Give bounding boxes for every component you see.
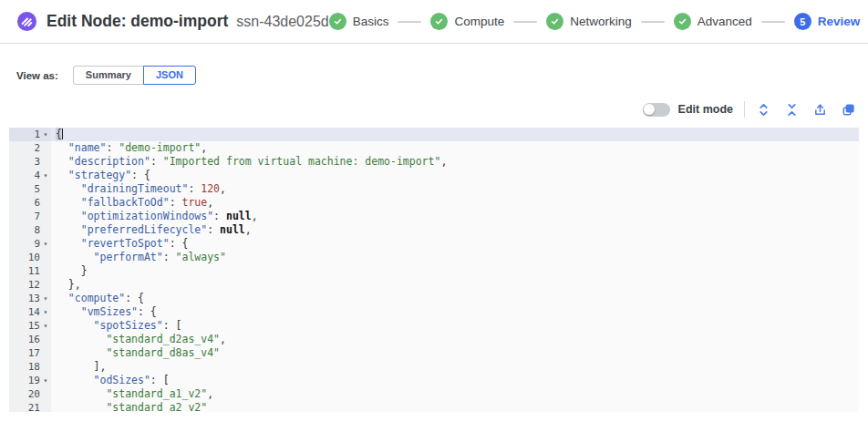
copy-icon[interactable] bbox=[841, 102, 855, 117]
line-number-gutter: 2 bbox=[9, 141, 51, 155]
edit-mode-toggle[interactable] bbox=[643, 103, 670, 117]
fold-toggle-icon[interactable]: ▾ bbox=[40, 374, 51, 387]
code-text: "name": "demo-import", bbox=[51, 141, 207, 155]
code-line[interactable]: 16 "standard_d2as_v4", bbox=[9, 333, 859, 346]
step-label: Compute bbox=[454, 15, 504, 28]
code-line[interactable]: 18 ], bbox=[9, 360, 859, 374]
line-number-gutter: 21 bbox=[9, 401, 51, 412]
line-number: 5 bbox=[34, 182, 40, 196]
step-separator bbox=[641, 21, 665, 23]
collapse-all-icon[interactable] bbox=[784, 102, 799, 117]
step-advanced[interactable]: Advanced bbox=[674, 13, 752, 30]
code-line[interactable]: 21 "standard_a2_v2" bbox=[9, 401, 859, 412]
code-line[interactable]: 12 }, bbox=[9, 278, 859, 292]
check-icon bbox=[674, 13, 691, 30]
step-separator bbox=[761, 21, 785, 23]
code-line[interactable]: 10 "performAt": "always" bbox=[9, 251, 859, 264]
line-number-gutter: 6 bbox=[9, 196, 51, 210]
line-number: 1 bbox=[34, 128, 40, 141]
step-label: Networking bbox=[570, 15, 632, 28]
code-text: "standard_a2_v2" bbox=[51, 401, 207, 412]
code-text: "standard_a1_v2", bbox=[51, 387, 213, 401]
code-text: "revertToSpot": { bbox=[51, 237, 188, 251]
code-line[interactable]: 14▾ "vmSizes": { bbox=[9, 305, 859, 319]
code-text: "compute": { bbox=[51, 292, 144, 305]
step-basics[interactable]: Basics bbox=[329, 13, 389, 30]
step-label: Basics bbox=[353, 15, 389, 28]
edit-node-page: Edit Node: demo-import ssn-43de025d Basi… bbox=[0, 0, 868, 432]
code-text: "description": "Imported from virtual ma… bbox=[51, 155, 447, 169]
line-number: 3 bbox=[34, 155, 40, 169]
line-number-gutter: 12 bbox=[9, 278, 51, 292]
code-line[interactable]: 19▾ "odSizes": [ bbox=[9, 374, 859, 387]
line-number-gutter: 4▾ bbox=[9, 169, 51, 182]
line-number-gutter: 19▾ bbox=[9, 374, 51, 387]
step-networking[interactable]: Networking bbox=[546, 13, 632, 30]
code-line[interactable]: 13▾ "compute": { bbox=[9, 292, 859, 305]
code-line[interactable]: 4▾ "strategy": { bbox=[9, 169, 859, 182]
line-number-gutter: 16 bbox=[9, 333, 51, 346]
line-number-gutter: 14▾ bbox=[9, 305, 51, 319]
json-editor[interactable]: 1▾{2 "name": "demo-import",3 "descriptio… bbox=[9, 128, 859, 412]
line-number: 16 bbox=[28, 333, 40, 346]
fold-toggle-icon[interactable]: ▾ bbox=[40, 305, 51, 319]
code-text: "vmSizes": { bbox=[51, 305, 157, 319]
code-text: "strategy": { bbox=[51, 169, 150, 182]
fold-toggle-icon[interactable]: ▾ bbox=[40, 237, 51, 251]
export-icon[interactable] bbox=[812, 102, 827, 117]
line-number: 21 bbox=[28, 401, 40, 412]
code-line[interactable]: 9▾ "revertToSpot": { bbox=[9, 237, 859, 251]
code-line[interactable]: 20 "standard_a1_v2", bbox=[9, 387, 859, 401]
step-review[interactable]: 5Review bbox=[794, 13, 861, 30]
line-number-gutter: 3 bbox=[9, 155, 51, 169]
fold-toggle-icon[interactable]: ▾ bbox=[40, 128, 51, 141]
line-number: 14 bbox=[28, 305, 40, 319]
toolbar-divider bbox=[744, 101, 745, 118]
line-number: 8 bbox=[34, 223, 40, 237]
expand-all-icon[interactable] bbox=[756, 102, 770, 117]
editor-toolbar: Edit mode bbox=[0, 100, 855, 118]
code-line[interactable]: 15▾ "spotSizes": [ bbox=[9, 319, 859, 333]
fold-toggle-icon[interactable]: ▾ bbox=[40, 169, 51, 182]
line-number: 7 bbox=[34, 210, 40, 223]
code-line[interactable]: 3 "description": "Imported from virtual … bbox=[9, 155, 859, 169]
line-number: 4 bbox=[34, 169, 40, 182]
line-number: 6 bbox=[34, 196, 40, 210]
code-text: } bbox=[51, 264, 88, 278]
line-number: 19 bbox=[28, 374, 40, 387]
code-text: "preferredLifecycle": null, bbox=[51, 223, 252, 237]
code-line[interactable]: 1▾{ bbox=[9, 128, 859, 141]
fold-toggle-icon[interactable]: ▾ bbox=[40, 319, 51, 333]
editor-icon-bar bbox=[756, 102, 855, 117]
code-text: "fallbackToOd": true, bbox=[51, 196, 213, 210]
page-title: Edit Node: demo-import bbox=[46, 12, 228, 31]
line-number-gutter: 7 bbox=[9, 210, 51, 223]
code-text: "performAt": "always" bbox=[51, 251, 226, 264]
step-separator bbox=[398, 21, 421, 23]
code-line[interactable]: 17 "standard_d8as_v4" bbox=[9, 346, 859, 360]
line-number-gutter: 17 bbox=[9, 346, 51, 360]
code-line[interactable]: 11 } bbox=[9, 264, 859, 278]
code-text: ], bbox=[51, 360, 106, 374]
step-label: Advanced bbox=[698, 15, 752, 28]
code-line[interactable]: 8 "preferredLifecycle": null, bbox=[9, 223, 859, 237]
code-line[interactable]: 7 "optimizationWindows": null, bbox=[9, 210, 859, 223]
line-number: 10 bbox=[28, 251, 40, 264]
code-line[interactable]: 2 "name": "demo-import", bbox=[9, 141, 859, 155]
check-icon bbox=[546, 13, 563, 30]
step-compute[interactable]: Compute bbox=[430, 13, 504, 30]
view-as-json-button[interactable]: JSON bbox=[143, 66, 196, 85]
step-separator bbox=[513, 21, 537, 23]
view-as-summary-button[interactable]: Summary bbox=[73, 66, 144, 85]
code-text: { bbox=[51, 128, 63, 141]
code-text: "standard_d2as_v4", bbox=[51, 333, 226, 346]
fold-toggle-icon[interactable]: ▾ bbox=[40, 292, 51, 305]
spot-logo-icon bbox=[16, 11, 37, 32]
wizard-stepper: BasicsComputeNetworkingAdvanced5Review bbox=[329, 13, 861, 30]
line-number-gutter: 11 bbox=[9, 264, 51, 278]
edit-mode-label: Edit mode bbox=[678, 103, 733, 116]
line-number: 12 bbox=[28, 278, 40, 292]
code-line[interactable]: 6 "fallbackToOd": true, bbox=[9, 196, 859, 210]
line-number-gutter: 9▾ bbox=[9, 237, 51, 251]
code-line[interactable]: 5 "drainingTimeout": 120, bbox=[9, 182, 859, 196]
